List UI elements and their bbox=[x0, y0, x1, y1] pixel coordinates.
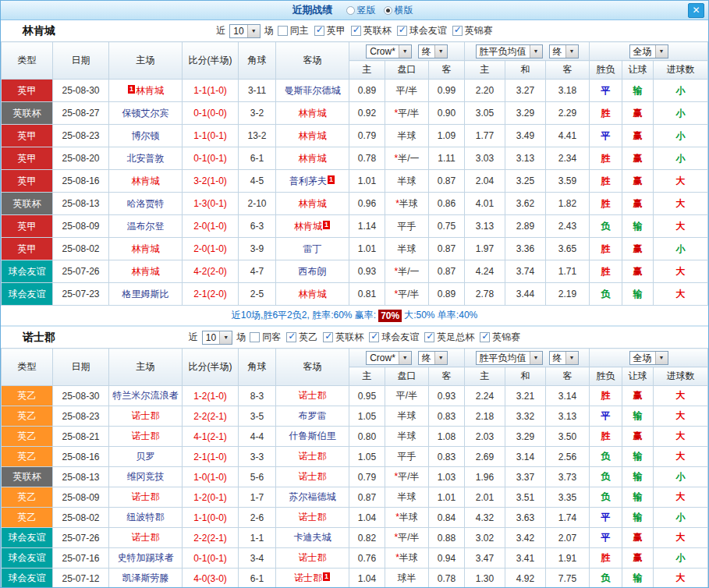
team-link[interactable]: 诺士郡1 bbox=[294, 572, 331, 583]
team-link[interactable]: 林肯城1 bbox=[294, 221, 331, 232]
handicap-result: 输 bbox=[622, 283, 654, 306]
team-link[interactable]: 保顿艾尔宾 bbox=[122, 108, 169, 119]
odds-time-select[interactable]: 终▼ bbox=[549, 351, 579, 365]
match-date: 25-08-20 bbox=[53, 147, 109, 170]
team-link[interactable]: 诺士郡 bbox=[132, 532, 160, 543]
col-header-date: 日期 bbox=[53, 349, 109, 386]
team-link[interactable]: 林肯城 bbox=[299, 289, 327, 299]
league-filters: 同客英乙英联杯球会友谊英足总杯英锦赛 bbox=[250, 331, 520, 344]
asian-away-odds: 0.87 bbox=[429, 170, 465, 193]
home-team-cell: 诺士郡 bbox=[109, 427, 183, 447]
team-link[interactable]: 林肯城 bbox=[299, 153, 327, 164]
venue-filter-checkbox[interactable]: 同客 bbox=[250, 331, 281, 344]
team-link[interactable]: 卡迪夫城 bbox=[294, 532, 331, 543]
team-link[interactable]: 西布朗 bbox=[299, 266, 327, 277]
filter-label: 英锦赛 bbox=[465, 24, 493, 37]
team-link[interactable]: 诺士郡 bbox=[299, 390, 327, 401]
league-filter-checkbox[interactable]: 英联杯 bbox=[323, 331, 363, 344]
team-link[interactable]: 什鲁斯伯里 bbox=[289, 430, 336, 441]
league-filter-checkbox[interactable]: 英联杯 bbox=[351, 24, 392, 37]
team-link[interactable]: 凯泽斯劳滕 bbox=[122, 572, 169, 583]
wdl-average-select[interactable]: 胜平负均值▼ bbox=[476, 44, 543, 58]
team-link[interactable]: 北安普敦 bbox=[127, 153, 165, 164]
team-link[interactable]: 诺士郡 bbox=[299, 451, 327, 462]
goals-result: 小 bbox=[654, 548, 708, 569]
team-link[interactable]: 林肯城 bbox=[299, 130, 327, 141]
euro-draw-odds: 3.29 bbox=[505, 427, 546, 447]
chevron-down-icon: ▼ bbox=[530, 352, 542, 364]
team-link[interactable]: 普利茅夫1 bbox=[289, 175, 335, 186]
scope-select[interactable]: 全场▼ bbox=[629, 44, 668, 58]
team-link[interactable]: 曼斯菲尔德城 bbox=[285, 85, 341, 96]
team-link[interactable]: 雷丁 bbox=[303, 243, 322, 254]
team-link[interactable]: 博尔顿 bbox=[132, 130, 160, 141]
team-link[interactable]: 维冈竞技 bbox=[127, 471, 165, 482]
goals-result: 大 bbox=[654, 170, 708, 193]
odds-time-select[interactable]: 终▼ bbox=[418, 44, 448, 58]
asian-handicap: *半球 bbox=[385, 548, 429, 569]
team-link[interactable]: 史特加踢球者 bbox=[118, 552, 174, 563]
team-link[interactable]: 格里姆斯比 bbox=[122, 289, 169, 299]
match-date: 25-07-12 bbox=[53, 569, 109, 588]
league-filter-checkbox[interactable]: 球会友谊 bbox=[397, 24, 447, 37]
team-link[interactable]: 林肯城 bbox=[132, 243, 160, 254]
league-type: 英乙 bbox=[2, 508, 53, 528]
layout-radio-vertical[interactable]: 竖版 bbox=[346, 4, 376, 17]
team-link[interactable]: 诺士郡 bbox=[299, 512, 327, 522]
odds-time-select[interactable]: 终▼ bbox=[549, 44, 579, 58]
asian-handicap: 平手 bbox=[385, 215, 429, 238]
handicap-result: 输 bbox=[622, 487, 654, 508]
match-date: 25-08-02 bbox=[53, 238, 109, 260]
league-filter-checkbox[interactable]: 英锦赛 bbox=[452, 24, 493, 37]
venue-filter-checkbox[interactable]: 同主 bbox=[278, 24, 309, 37]
team-link[interactable]: 苏尔福德城 bbox=[289, 491, 336, 502]
checkbox-icon bbox=[314, 26, 324, 36]
match-count-select[interactable]: 10 ▼ bbox=[229, 24, 260, 38]
team-link[interactable]: 布罗雷 bbox=[299, 410, 327, 421]
odds-time-select[interactable]: 终▼ bbox=[418, 351, 448, 365]
match-date: 25-07-23 bbox=[53, 283, 109, 306]
team-link[interactable]: 特兰米尔流浪者 bbox=[113, 390, 179, 401]
league-type: 英甲 bbox=[2, 215, 53, 238]
asian-home-odds: 0.96 bbox=[349, 193, 385, 215]
away-team-cell: 林肯城 bbox=[276, 125, 349, 147]
league-filter-checkbox[interactable]: 英甲 bbox=[314, 24, 346, 37]
league-filter-checkbox[interactable]: 英锦赛 bbox=[480, 331, 520, 344]
match-date: 25-08-16 bbox=[53, 447, 109, 467]
team-link[interactable]: 林肯城 bbox=[132, 175, 160, 186]
league-type: 球会友谊 bbox=[2, 283, 53, 306]
euro-draw-odds: 3.27 bbox=[505, 80, 546, 102]
team-link[interactable]: 哈洛贾特 bbox=[127, 198, 165, 209]
team-link[interactable]: 林肯城 bbox=[299, 198, 327, 209]
sub-header-handicap-result: 让球 bbox=[622, 367, 654, 386]
asian-away-odds: 1.09 bbox=[429, 125, 465, 147]
team-link[interactable]: 诺士郡 bbox=[132, 430, 160, 441]
close-button[interactable]: ✕ bbox=[688, 3, 704, 18]
asian-handicap: 球半 bbox=[385, 569, 429, 588]
asian-home-odds: 0.79 bbox=[349, 467, 385, 487]
team-link[interactable]: 诺士郡 bbox=[299, 552, 327, 563]
team-link[interactable]: 林肯城 bbox=[299, 108, 327, 119]
asterisk-marker: * bbox=[394, 266, 398, 277]
team-link[interactable]: 纽波特郡 bbox=[127, 512, 165, 522]
bookmaker-select[interactable]: Crow*▼ bbox=[366, 351, 412, 365]
team-link[interactable]: 温布尔登 bbox=[127, 221, 165, 232]
league-filter-checkbox[interactable]: 英足总杯 bbox=[424, 331, 474, 344]
league-filter-checkbox[interactable]: 球会友谊 bbox=[369, 331, 419, 344]
col-header-away: 客场 bbox=[276, 42, 349, 80]
league-filter-checkbox[interactable]: 英乙 bbox=[286, 331, 317, 344]
team-link[interactable]: 诺士郡 bbox=[132, 410, 160, 421]
checkbox-icon bbox=[480, 332, 490, 342]
team-link[interactable]: 诺士郡 bbox=[132, 491, 160, 502]
euro-draw-odds: 3.36 bbox=[505, 238, 546, 260]
team-link[interactable]: 贝罗 bbox=[136, 451, 155, 462]
layout-radio-horizontal[interactable]: 横版 bbox=[384, 4, 413, 17]
wdl-average-select[interactable]: 胜平负均值▼ bbox=[476, 351, 543, 365]
away-team-cell: 诺士郡 bbox=[276, 467, 349, 487]
team-link[interactable]: 诺士郡 bbox=[299, 471, 327, 482]
bookmaker-select[interactable]: Crow*▼ bbox=[366, 44, 412, 58]
team-link[interactable]: 1林肯城 bbox=[127, 85, 164, 96]
scope-select[interactable]: 全场▼ bbox=[629, 351, 668, 365]
match-count-select[interactable]: 10 ▼ bbox=[202, 331, 232, 345]
team-link[interactable]: 林肯城 bbox=[132, 266, 160, 277]
